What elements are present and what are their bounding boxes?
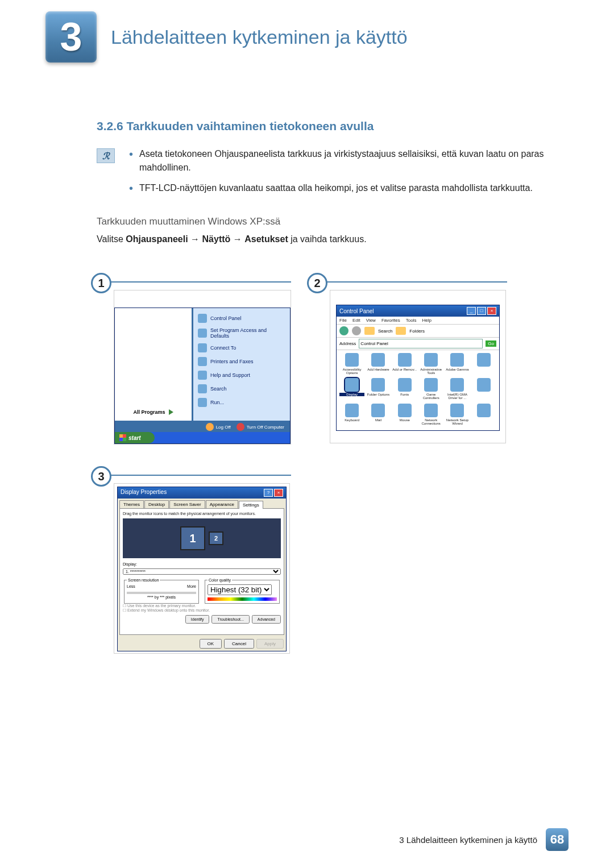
tab-desktop[interactable]: Desktop xyxy=(144,500,169,508)
figure-3-displayprops: Display Properties ? × Themes Desktop Sc… xyxy=(114,483,290,654)
accessibility-icon xyxy=(345,353,359,367)
start-footer: Log Off Turn Off Computer xyxy=(115,421,290,433)
sub-text: Valitse Ohjauspaneeli → Näyttö → Asetuks… xyxy=(97,234,569,244)
taskbar: start xyxy=(115,432,290,443)
groups: Screen resolution LessMore **** by *** p… xyxy=(123,578,281,604)
folders-button[interactable]: Folders xyxy=(409,329,425,334)
monitor-preview: 1 2 xyxy=(123,518,281,558)
go-button[interactable]: Go xyxy=(486,340,496,347)
footer-text: 3 Lähdelaitteen kytkeminen ja käyttö xyxy=(399,835,537,845)
identify-button[interactable]: Identify xyxy=(185,615,210,624)
display-select-row: Display: xyxy=(123,562,281,566)
monitor-2[interactable]: 2 xyxy=(209,531,223,545)
figure-2-controlpanel: Control Panel _ □ × File Edit View Favor… xyxy=(330,290,506,443)
tab-appearance[interactable]: Appearance xyxy=(206,500,238,508)
cp-item[interactable]: Mouse xyxy=(392,404,417,427)
menu-edit[interactable]: Edit xyxy=(352,318,360,323)
folders-icon[interactable] xyxy=(396,327,406,335)
cp-item[interactable]: Accessibility Options xyxy=(339,353,364,377)
apply-button[interactable]: Apply xyxy=(256,639,284,649)
mail-icon xyxy=(371,404,385,417)
start-item-help[interactable]: Help and Support xyxy=(197,368,287,382)
advanced-button[interactable]: Advanced xyxy=(252,615,281,624)
monitor-1[interactable]: 1 xyxy=(180,526,205,550)
back-icon[interactable] xyxy=(339,326,349,335)
color-select[interactable]: Highest (32 bit) xyxy=(208,584,272,595)
start-item-printers[interactable]: Printers and Faxes xyxy=(197,355,287,368)
start-button[interactable]: start xyxy=(115,432,155,443)
figure-1-startmenu: All Programs Control Panel Set Program A… xyxy=(114,290,291,445)
start-item-control-panel[interactable]: Control Panel xyxy=(197,312,287,325)
cp-item[interactable] xyxy=(471,378,496,402)
primary-check[interactable]: ☐ Use this device as the primary monitor… xyxy=(123,604,281,608)
cancel-button[interactable]: Cancel xyxy=(224,639,254,649)
cp-item[interactable]: Mail xyxy=(366,404,391,427)
address-input[interactable] xyxy=(359,339,483,348)
tabs: Themes Desktop Screen Saver Appearance S… xyxy=(118,499,286,508)
forward-icon[interactable] xyxy=(352,326,361,335)
cp-item[interactable]: Network Connections xyxy=(418,404,443,427)
menu-favorites[interactable]: Favorites xyxy=(381,318,400,323)
drag-hint: Drag the monitor icons to match the phys… xyxy=(123,512,281,516)
ok-button[interactable]: OK xyxy=(200,639,222,649)
cp-item[interactable]: Game Controllers xyxy=(418,378,443,402)
figure-line xyxy=(325,281,507,283)
cp-item-display[interactable]: Display xyxy=(339,378,364,402)
sub-heading: Tarkkuuden muuttaminen Windows XP:ssä xyxy=(97,216,569,227)
tab-screensaver[interactable]: Screen Saver xyxy=(169,500,205,508)
cp-item[interactable]: Intel(R) GMA Driver for ... xyxy=(445,378,470,402)
program-access-icon xyxy=(198,329,207,338)
cp-item[interactable]: Network Setup Wizard xyxy=(445,404,470,427)
search-button[interactable]: Search xyxy=(378,329,392,334)
cp-item[interactable] xyxy=(471,404,496,427)
resolution-group: Screen resolution LessMore **** by *** p… xyxy=(124,578,199,604)
display-properties-window: Display Properties ? × Themes Desktop Sc… xyxy=(117,487,287,651)
menu-help[interactable]: Help xyxy=(422,318,431,323)
close-button[interactable]: × xyxy=(487,307,496,315)
extend-check[interactable]: ☐ Extend my Windows desktop onto this mo… xyxy=(123,608,281,613)
cp-item[interactable]: Administrative Tools xyxy=(418,353,443,377)
display-select[interactable]: 1. ********** xyxy=(123,568,281,575)
start-left-column: All Programs xyxy=(115,308,192,421)
maximize-button[interactable]: □ xyxy=(477,307,486,315)
menu-tools[interactable]: Tools xyxy=(406,318,417,323)
start-item-program-access[interactable]: Set Program Access and Defaults xyxy=(197,325,287,341)
addremove-icon xyxy=(398,353,412,367)
tab-themes[interactable]: Themes xyxy=(119,500,144,508)
close-button[interactable]: × xyxy=(274,489,283,497)
search-icon xyxy=(198,384,207,393)
bullet-item: TFT-LCD-näyttöjen kuvanlaatu saattaa oll… xyxy=(129,181,569,195)
cp-item[interactable]: Folder Options xyxy=(366,378,391,402)
chapter-number: 3 xyxy=(60,14,82,60)
blank-icon xyxy=(477,353,491,367)
help-button[interactable]: ? xyxy=(264,489,273,497)
minimize-button[interactable]: _ xyxy=(467,307,476,315)
cp-item[interactable]: Keyboard xyxy=(339,404,364,427)
figure-label-3: 3 xyxy=(91,466,111,487)
resolution-slider[interactable] xyxy=(127,592,196,594)
blank-icon xyxy=(477,378,491,392)
admin-icon xyxy=(424,353,438,367)
cp-item[interactable]: Add Hardware xyxy=(366,353,391,377)
hardware-icon xyxy=(371,353,385,367)
page-number-badge: 68 xyxy=(546,828,569,851)
window-controls: ? × xyxy=(264,489,283,497)
start-item-run[interactable]: Run... xyxy=(197,396,287,409)
figure-line xyxy=(109,475,291,476)
titlebar: Display Properties ? × xyxy=(118,487,286,499)
cp-item[interactable]: Add or Remov... xyxy=(392,353,417,377)
menu-file[interactable]: File xyxy=(339,318,347,323)
turn-off-button[interactable]: Turn Off Computer xyxy=(237,423,284,431)
up-icon[interactable] xyxy=(364,327,375,335)
log-off-button[interactable]: Log Off xyxy=(206,423,231,431)
start-item-connect-to[interactable]: Connect To xyxy=(197,341,287,355)
all-programs[interactable]: All Programs xyxy=(133,409,173,415)
menu-view[interactable]: View xyxy=(366,318,376,323)
connect-icon xyxy=(198,343,207,352)
cp-item[interactable]: Fonts xyxy=(392,378,417,402)
troubleshoot-button[interactable]: Troubleshoot... xyxy=(211,615,249,624)
cp-item[interactable]: Adobe Gamma xyxy=(445,353,470,377)
tab-settings[interactable]: Settings xyxy=(239,501,263,509)
start-item-search[interactable]: Search xyxy=(197,382,287,396)
cp-item[interactable] xyxy=(471,353,496,377)
